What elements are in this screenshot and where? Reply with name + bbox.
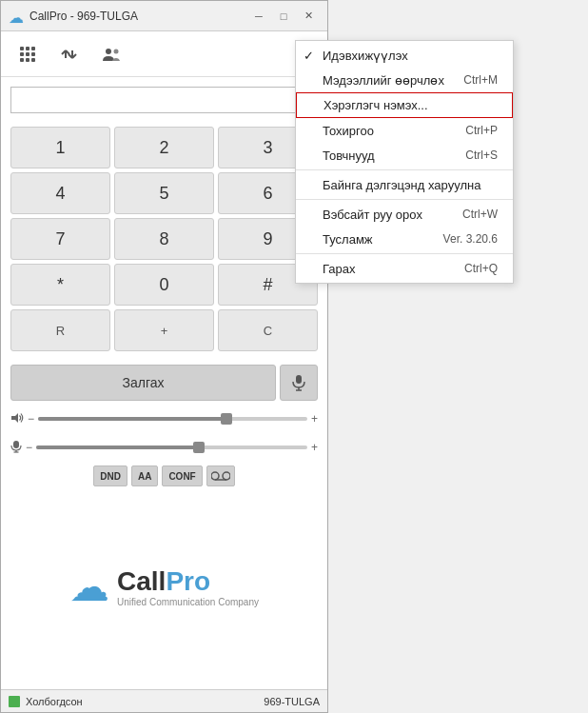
menu-item-settings-shortcut: Ctrl+P xyxy=(465,124,498,137)
voicemail-icon xyxy=(211,470,230,482)
menu-item-edit-label: Мэдээллийг өөрчлөх xyxy=(323,73,444,88)
window-controls: ─ □ ✕ xyxy=(247,7,320,26)
svg-rect-4 xyxy=(26,52,29,56)
menu-item-add-user[interactable]: Хэрэглэгч нэмэх... xyxy=(296,92,513,118)
menu-item-shortcuts-shortcut: Ctrl+S xyxy=(465,149,498,162)
svg-point-18 xyxy=(211,472,219,480)
context-menu: ✓ Идэвхижүүлэх Мэдээллийг өөрчлөх Ctrl+M… xyxy=(295,40,514,284)
menu-item-exit[interactable]: Гарах Ctrl+Q xyxy=(296,256,513,281)
menu-item-edit-shortcut: Ctrl+M xyxy=(463,73,498,87)
dial-1[interactable]: 1 xyxy=(10,127,110,168)
menu-item-shortcuts-label: Товчнууд xyxy=(323,149,446,163)
mic-slider-row: − + xyxy=(10,437,318,458)
menu-separator-2 xyxy=(296,199,513,200)
svg-point-9 xyxy=(106,49,111,54)
aa-button[interactable]: AA xyxy=(131,465,158,486)
status-buttons-row: DND AA CONF xyxy=(10,465,318,486)
transfer-toolbar-button[interactable] xyxy=(50,37,88,71)
line-selector[interactable] xyxy=(10,87,318,113)
menu-separator-1 xyxy=(296,169,513,170)
logo-area: ☁ CallPro Unified Communication Company xyxy=(10,494,318,680)
dial-8[interactable]: 8 xyxy=(114,218,214,260)
menu-item-shortcuts[interactable]: Товчнууд Ctrl+S xyxy=(296,143,513,168)
mic-thumb[interactable] xyxy=(193,442,205,453)
volume-decrease-button[interactable]: − xyxy=(28,412,34,426)
call-button[interactable]: Залгах xyxy=(10,365,276,401)
main-content: 1 2 3 4 5 6 7 8 9 * 0 # R + C Залгах xyxy=(1,77,327,689)
mic-button[interactable] xyxy=(280,365,318,401)
logo-name-part1: Call xyxy=(117,566,166,596)
menu-item-help-version: Ver. 3.20.6 xyxy=(443,232,498,246)
dial-5[interactable]: 5 xyxy=(114,172,214,214)
mic-increase-button[interactable]: + xyxy=(311,441,318,454)
dial-star[interactable]: * xyxy=(10,264,110,306)
volume-fill xyxy=(38,417,226,421)
mic-track xyxy=(36,446,307,449)
svg-rect-2 xyxy=(31,47,35,50)
svg-rect-7 xyxy=(26,58,29,62)
menu-item-exit-label: Гарах xyxy=(323,262,445,276)
dnd-button[interactable]: DND xyxy=(93,465,127,486)
voicemail-button[interactable] xyxy=(206,465,235,486)
svg-point-19 xyxy=(223,472,230,480)
logo-subtitle: Unified Communication Company xyxy=(117,597,259,607)
dial-plus[interactable]: + xyxy=(114,309,214,351)
transfer-icon xyxy=(59,44,80,65)
title-bar: ☁ CallPro - 969-TULGA ─ □ ✕ xyxy=(1,1,327,31)
menu-item-activate[interactable]: ✓ Идэвхижүүлэх xyxy=(296,43,513,68)
menu-item-help[interactable]: Тусламж Ver. 3.20.6 xyxy=(296,227,513,251)
connection-status: Холбогдсон xyxy=(26,696,264,707)
current-user: 969-TULGA xyxy=(264,696,320,707)
contacts-icon xyxy=(101,44,122,65)
window-title: CallPro - 969-TULGA xyxy=(29,10,247,23)
menu-item-edit[interactable]: Мэдээллийг өөрчлөх Ctrl+M xyxy=(296,68,513,92)
dial-r[interactable]: R xyxy=(10,309,110,351)
minimize-button[interactable]: ─ xyxy=(247,7,270,26)
menu-item-add-user-label: Хэрэглэгч нэмэх... xyxy=(323,98,497,112)
menu-separator-3 xyxy=(296,253,513,254)
dial-c[interactable]: C xyxy=(218,309,318,351)
menu-item-settings[interactable]: Тохиргоо Ctrl+P xyxy=(296,118,513,143)
menu-item-website-label: Вэбсайт руу орох xyxy=(323,208,443,222)
microphone-icon xyxy=(291,374,306,391)
call-row: Залгах xyxy=(10,365,318,401)
volume-slider-row: − + xyxy=(10,408,318,429)
logo-container: ☁ CallPro Unified Communication Company xyxy=(69,564,259,610)
svg-rect-1 xyxy=(26,47,29,50)
mic-icon xyxy=(10,440,22,453)
menu-item-website[interactable]: Вэбсайт руу орох Ctrl+W xyxy=(296,202,513,227)
close-button[interactable]: ✕ xyxy=(297,7,320,26)
volume-increase-button[interactable]: + xyxy=(311,412,318,426)
logo-text: CallPro Unified Communication Company xyxy=(117,566,259,607)
status-bar: Холбогдсон 969-TULGA xyxy=(1,689,327,712)
dial-4[interactable]: 4 xyxy=(10,172,110,214)
menu-item-website-shortcut: Ctrl+W xyxy=(462,208,498,221)
svg-rect-5 xyxy=(31,52,35,56)
main-window: ☁ CallPro - 969-TULGA ─ □ ✕ xyxy=(0,0,328,713)
svg-rect-6 xyxy=(20,58,24,62)
svg-rect-15 xyxy=(13,441,19,448)
contacts-toolbar-button[interactable] xyxy=(92,37,130,71)
dial-2[interactable]: 2 xyxy=(114,127,214,168)
logo-name-part2: Pro xyxy=(166,566,210,596)
dialpad-toolbar-button[interactable] xyxy=(9,37,47,71)
menu-item-exit-shortcut: Ctrl+Q xyxy=(464,262,498,275)
speaker-icon xyxy=(10,412,24,426)
maximize-button[interactable]: □ xyxy=(272,7,295,26)
dial-0[interactable]: 0 xyxy=(114,264,214,306)
svg-rect-11 xyxy=(296,375,302,384)
menu-check-icon: ✓ xyxy=(304,49,314,63)
svg-marker-14 xyxy=(11,413,18,423)
menu-item-settings-label: Тохиргоо xyxy=(323,124,446,138)
volume-icon xyxy=(10,412,24,424)
mic-level-icon xyxy=(10,440,22,456)
dialpad: 1 2 3 4 5 6 7 8 9 * 0 # R + C xyxy=(10,121,318,357)
dial-7[interactable]: 7 xyxy=(10,218,110,260)
mic-decrease-button[interactable]: − xyxy=(26,441,32,454)
volume-thumb[interactable] xyxy=(221,413,232,425)
conf-button[interactable]: CONF xyxy=(162,465,202,486)
toolbar xyxy=(1,31,327,77)
svg-rect-0 xyxy=(20,47,24,50)
menu-item-activate-label: Идэвхижүүлэх xyxy=(323,49,498,63)
menu-item-always-on-top[interactable]: Байнга дэлгэцэнд харуулна xyxy=(296,172,513,197)
